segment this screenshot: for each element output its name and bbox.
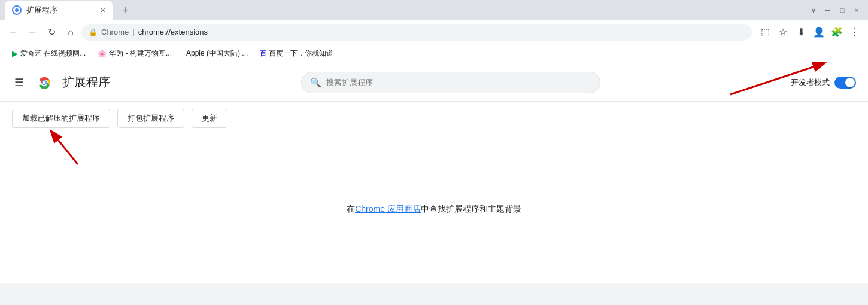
bookmark-baidu-label: 百度一下，你就知道 [269, 48, 333, 59]
bookmark-baidu-icon: 百 [260, 49, 266, 58]
extensions-header: ☰ 扩展程序 🔍 开发者模式 [0, 63, 868, 102]
update-button[interactable]: 更新 [192, 109, 227, 128]
tab-close-btn[interactable]: × [101, 5, 105, 15]
address-separator: | [132, 28, 134, 36]
profile-button[interactable]: 👤 [811, 24, 827, 41]
bookmark-huawei-icon: 🌸 [98, 50, 107, 58]
title-bar: 扩展程序 × + ∨ ─ □ × [0, 0, 868, 20]
active-tab[interactable]: 扩展程序 × [5, 1, 113, 20]
search-box[interactable]: 🔍 [301, 72, 600, 93]
pack-extension-button[interactable]: 打包扩展程序 [117, 109, 184, 128]
empty-text-before: 在 [347, 204, 355, 215]
svg-point-4 [43, 81, 46, 84]
address-input[interactable]: 🔒 Chrome | chrome://extensions [81, 24, 752, 41]
chrome-logo [36, 74, 53, 91]
minimize-button[interactable]: ∨ [809, 6, 818, 14]
refresh-button[interactable]: ↻ [43, 24, 60, 41]
extensions-button[interactable]: 🧩 [828, 24, 845, 41]
bookmark-iqiyi-icon: ▶ [12, 49, 18, 58]
maximize-button[interactable]: □ [838, 6, 846, 14]
chrome-store-link[interactable]: Chrome 应用商店 [355, 204, 421, 215]
address-url: chrome://extensions [138, 28, 208, 36]
bookmarks-bar: ▶ 爱奇艺·在线视频网... 🌸 华为 - 构建万物互... Apple (中国… [0, 44, 868, 63]
bookmark-apple-label: Apple (中国大陆) ... [186, 48, 248, 59]
cast-button[interactable]: ⬚ [757, 24, 773, 41]
back-button[interactable]: ← [5, 24, 22, 41]
minimize-button2[interactable]: ─ [824, 6, 832, 14]
close-button[interactable]: × [852, 6, 861, 14]
tab-title: 扩展程序 [26, 5, 57, 16]
load-unpacked-button[interactable]: 加载已解压的扩展程序 [12, 109, 110, 128]
svg-point-1 [15, 8, 19, 12]
address-bar: ← → ↻ ⌂ 🔒 Chrome | chrome://extensions ⬚… [0, 20, 868, 44]
developer-mode-toggle[interactable] [834, 77, 856, 89]
search-input[interactable] [326, 78, 591, 87]
page-title: 扩展程序 [62, 74, 110, 90]
bookmark-baidu[interactable]: 百 百度一下，你就知道 [255, 47, 338, 60]
bookmark-button[interactable]: ☆ [775, 24, 791, 41]
new-tab-button[interactable]: + [117, 2, 134, 19]
bookmark-iqiyi[interactable]: ▶ 爱奇艺·在线视频网... [7, 47, 90, 60]
home-button[interactable]: ⌂ [62, 24, 79, 41]
developer-mode-label: 开发者模式 [791, 77, 830, 88]
bookmark-iqiyi-label: 爱奇艺·在线视频网... [20, 48, 86, 59]
window-controls: ∨ ─ □ × [809, 6, 861, 14]
lock-icon: 🔒 [89, 28, 98, 36]
developer-mode-section: 开发者模式 [791, 77, 856, 89]
address-brand: Chrome [101, 28, 129, 36]
extensions-page: ☰ 扩展程序 🔍 开发者模式 [0, 63, 868, 283]
ext-actions: 加载已解压的扩展程序 打包扩展程序 更新 [0, 102, 868, 135]
tab-favicon [12, 5, 22, 15]
toggle-knob [845, 78, 855, 87]
empty-state: 在 Chrome 应用商店 中查找扩展程序和主题背景 [0, 135, 868, 283]
search-icon: 🔍 [310, 77, 321, 88]
download-button[interactable]: ⬇ [793, 24, 809, 41]
bookmark-apple[interactable]: Apple (中国大陆) ... [179, 47, 253, 60]
menu-button[interactable]: ⋮ [846, 24, 863, 41]
bookmark-huawei[interactable]: 🌸 华为 - 构建万物互... [93, 47, 177, 60]
empty-text-after: 中查找扩展程序和主题背景 [421, 204, 521, 215]
forward-button[interactable]: → [24, 24, 41, 41]
hamburger-menu[interactable]: ☰ [12, 74, 26, 92]
toolbar-actions: ⬚ ☆ ⬇ 👤 🧩 ⋮ [757, 24, 863, 41]
bookmark-huawei-label: 华为 - 构建万物互... [109, 48, 172, 59]
